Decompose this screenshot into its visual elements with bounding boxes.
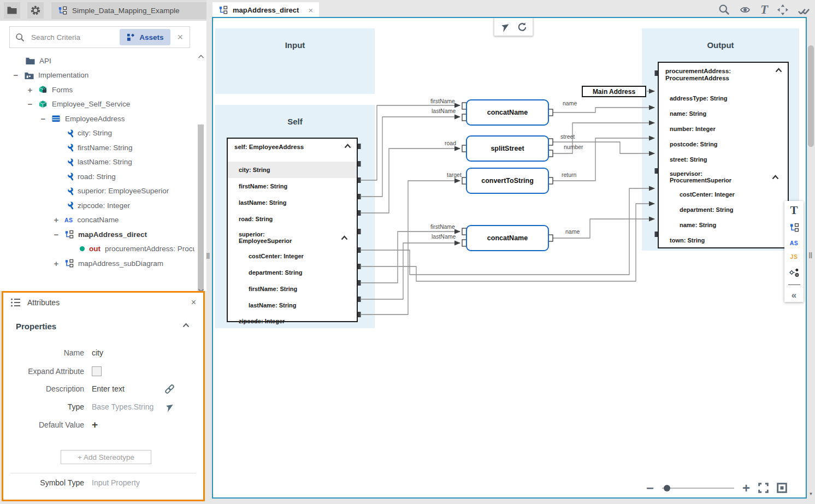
add-mapping-diagram-button[interactable] [789, 223, 799, 233]
collapse-icon[interactable] [775, 68, 782, 73]
tree-item-firstname[interactable]: firstName: String [0, 140, 194, 155]
tree-item-concatname[interactable]: +ASconcatName [0, 213, 194, 228]
add-javascript-button[interactable]: JS [790, 253, 798, 260]
navigate-to-type-icon[interactable] [164, 402, 175, 412]
settings-button[interactable] [27, 2, 44, 19]
self-employeeaddress-box[interactable]: self: EmployeeAddress city: String first… [227, 138, 358, 322]
wire-zipcode-to-converttostring[interactable] [361, 181, 460, 315]
tree-item-implementation[interactable]: −Implementation [0, 68, 194, 83]
output-row-addresstype[interactable]: addressType: String [659, 91, 788, 106]
scrollbar-thumb[interactable] [198, 124, 204, 292]
zoom-slider[interactable] [662, 488, 734, 489]
type-field-value[interactable]: Base Types.String [92, 402, 153, 411]
add-default-value-button[interactable]: + [92, 421, 98, 429]
operator-splitstreet[interactable]: splitStreet [466, 135, 549, 162]
self-row-superior[interactable]: superior: EmployeeSuperior [228, 227, 357, 248]
output-row-supervisor-department[interactable]: department: String [659, 202, 788, 217]
tree-item-employee-self-service[interactable]: −Employee_Self_Service [0, 97, 194, 112]
output-row-supervisor[interactable]: supervisor: ProcurementSuperior [659, 167, 788, 187]
scroll-up-icon[interactable] [198, 55, 204, 59]
operator-concatname-1[interactable]: concatName [466, 99, 549, 126]
output-row-supervisor-name[interactable]: name: String [659, 217, 788, 233]
operator-concatname-2[interactable]: concatName [466, 225, 549, 251]
collapse-toggle[interactable]: − [52, 230, 60, 239]
collapse-toggle[interactable]: − [12, 70, 20, 80]
zoom-out-button[interactable]: − [646, 483, 654, 493]
output-row-street[interactable]: street: String [659, 152, 788, 167]
tree-item-city[interactable]: city: String [0, 126, 194, 141]
scrollbar-thumb[interactable] [808, 45, 814, 147]
wire-superior-lastname-to-concatname2[interactable] [361, 243, 460, 299]
zoom-slider-knob[interactable] [664, 485, 670, 491]
add-text-button[interactable]: T [790, 205, 798, 216]
assets-filter-button[interactable]: Assets [120, 29, 170, 45]
collapse-toggle[interactable]: − [26, 99, 34, 109]
tree-vertical-scrollbar[interactable] [197, 55, 205, 293]
view-options-button[interactable] [739, 5, 751, 15]
folder-button[interactable] [4, 2, 20, 19]
project-tab[interactable]: Simple_Data_Mapping_Example [51, 2, 206, 19]
operator-converttostring[interactable]: convertToString [466, 168, 549, 194]
self-row-superior-lastname[interactable]: lastName: String [228, 297, 357, 313]
tree-item-road[interactable]: road: String [0, 169, 194, 184]
wire-lastname-to-concatname[interactable] [361, 117, 460, 197]
self-box-header[interactable]: self: EmployeeAddress [228, 139, 357, 162]
tree-item-zipcode[interactable]: zipcode: Integer [0, 198, 194, 213]
output-row-supervisor-costcenter[interactable]: costCenter: Integer [659, 187, 788, 202]
collapse-icon[interactable] [772, 175, 779, 180]
description-field-input[interactable]: Enter text [92, 384, 125, 393]
validate-button[interactable] [798, 5, 810, 14]
output-box-header[interactable]: procurementAddress: ProcurementAddress [659, 63, 788, 91]
expand-toggle[interactable]: + [52, 215, 60, 224]
self-row-lastname[interactable]: lastName: String [228, 194, 357, 211]
self-row-superior-firstname[interactable]: firstName: String [228, 281, 357, 297]
search-diagram-button[interactable] [718, 4, 730, 15]
clear-search-button[interactable]: × [176, 32, 184, 43]
self-row-firstname[interactable]: firstName: String [228, 178, 357, 194]
tree-item-employee-address[interactable]: −EmployeeAddress [0, 111, 194, 126]
expand-toggle[interactable]: + [52, 259, 60, 268]
tree-item-mapaddress-direct[interactable]: −mapAddress_direct [0, 227, 194, 242]
fullscreen-icon[interactable] [758, 483, 769, 493]
add-action-script-button[interactable]: AS [790, 240, 799, 246]
self-row-city[interactable]: city: String [228, 162, 357, 178]
name-field-value[interactable]: city [92, 348, 103, 357]
pan-mode-button[interactable] [777, 4, 788, 15]
tree-item-api[interactable]: API [0, 54, 194, 68]
add-mapping-operation-button[interactable] [789, 267, 799, 277]
panel-resize-handle[interactable]: ‖ [808, 251, 813, 260]
collapse-section-icon[interactable] [182, 323, 190, 328]
self-row-superior-department[interactable]: department: String [228, 264, 357, 281]
fit-to-screen-icon[interactable] [777, 483, 787, 493]
close-tab-button[interactable]: × [308, 5, 313, 15]
collapse-toolbar-button[interactable]: « [792, 292, 796, 299]
self-row-zipcode[interactable]: zipcode: Integer [228, 313, 357, 328]
output-procurementaddress-box[interactable]: procurementAddress: ProcurementAddress a… [658, 62, 789, 248]
self-row-superior-costcenter[interactable]: costCenter: Integer [228, 248, 357, 264]
tree-item-forms[interactable]: +Forms [0, 82, 194, 97]
zoom-in-button[interactable]: + [742, 483, 750, 493]
wire-name-to-output-name[interactable] [553, 108, 654, 112]
tree-item-mapaddress-subdiagram[interactable]: +mapAddress_subDiagram [0, 256, 194, 271]
tree-item-out-procurementaddress[interactable]: outprocurementAddress: ProcurementAddres… [0, 242, 194, 257]
mapping-canvas[interactable]: Input Self Output [212, 17, 807, 499]
tree-item-lastname[interactable]: lastName: String [0, 155, 194, 170]
sidebar-resize-handle[interactable]: ‖ [206, 251, 210, 260]
link-icon[interactable] [164, 384, 175, 394]
output-row-name[interactable]: name: String [659, 106, 788, 121]
collapse-toggle[interactable]: − [39, 114, 47, 123]
expand-attribute-checkbox[interactable] [92, 366, 102, 376]
add-stereotype-button[interactable]: + Add Stereotype [61, 450, 151, 464]
refresh-icon[interactable] [517, 22, 527, 32]
self-row-road[interactable]: road: String [228, 211, 357, 227]
tree-item-superior[interactable]: superior: EmployeeSuperior [0, 184, 194, 199]
output-row-number[interactable]: number: Integer [659, 121, 788, 137]
scroll-down-arrow[interactable]: ▼ [807, 491, 815, 496]
collapse-icon[interactable] [344, 144, 351, 149]
text-style-button[interactable]: T [760, 4, 768, 15]
search-input[interactable] [30, 33, 114, 42]
diagram-tab[interactable]: mapAddress_direct × [212, 2, 319, 17]
navigate-icon[interactable] [500, 21, 511, 32]
expand-toggle[interactable]: + [26, 85, 34, 94]
output-row-postcode[interactable]: postcode: String [659, 137, 788, 152]
